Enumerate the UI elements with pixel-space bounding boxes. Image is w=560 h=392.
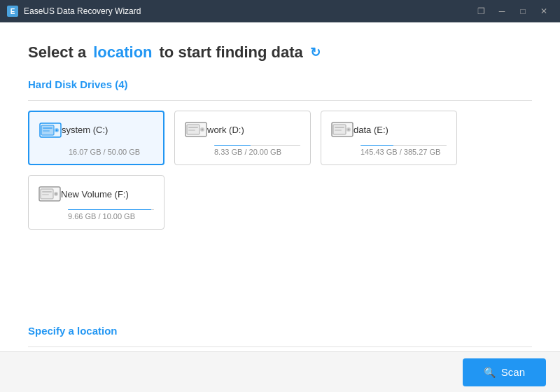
- svg-rect-5: [43, 127, 52, 129]
- drive-bar-fill-data-e: [360, 145, 393, 146]
- bottom-bar: 🔍 Scan: [0, 351, 560, 392]
- restore-button[interactable]: ❐: [472, 4, 490, 18]
- page-title-prefix: Select a: [28, 43, 86, 62]
- drive-header-work-d: work (D:): [185, 120, 300, 139]
- app-icon: E: [7, 6, 18, 17]
- location-divider: [28, 346, 532, 347]
- drive-bar-fill-new-volume-f: [68, 209, 151, 210]
- svg-rect-21: [335, 130, 342, 131]
- main-content: Select a location to start finding data …: [0, 22, 560, 392]
- svg-point-19: [348, 129, 350, 131]
- close-button[interactable]: ✕: [535, 4, 553, 18]
- hdd-icon-work-d: [185, 120, 207, 139]
- svg-rect-13: [188, 127, 198, 128]
- svg-rect-27: [42, 191, 52, 192]
- title-bar: E EaseUS Data Recovery Wizard ❐ ─ □ ✕: [0, 0, 560, 22]
- drive-card-work-d[interactable]: work (D:) 8.33 GB / 20.00 GB: [174, 111, 311, 165]
- scan-button[interactable]: 🔍 Scan: [463, 358, 546, 386]
- svg-rect-20: [335, 127, 344, 128]
- hdd-icon-data-e: [331, 120, 354, 139]
- hdd-icon-new-volume-f: [38, 184, 61, 204]
- drive-bar-new-volume-f: [68, 209, 154, 210]
- app-title: EaseUS Data Recovery Wizard: [24, 6, 472, 16]
- page-title-highlight: location: [93, 43, 152, 62]
- svg-point-12: [202, 129, 204, 131]
- scan-label: Scan: [501, 366, 525, 378]
- drive-card-data-e[interactable]: data (E:) 145.43 GB / 385.27 GB: [321, 111, 457, 165]
- drive-card-system-c[interactable]: system (C:) 16.07 GB / 50.00 GB: [28, 111, 164, 165]
- drive-bar-work-d: [214, 145, 300, 146]
- refresh-icon[interactable]: ↻: [310, 45, 321, 60]
- drive-name-new-volume-f: New Volume (F:): [61, 189, 129, 200]
- drive-size-work-d: 8.33 GB / 20.00 GB: [214, 148, 300, 156]
- svg-rect-14: [188, 130, 195, 131]
- drive-name-system-c: system (C:): [62, 125, 108, 135]
- svg-rect-28: [42, 194, 49, 195]
- svg-rect-7: [40, 136, 61, 137]
- hdd-divider: [28, 100, 532, 101]
- svg-point-26: [55, 193, 57, 195]
- page-title: Select a location to start finding data …: [28, 43, 532, 62]
- drive-card-new-volume-f[interactable]: New Volume (F:) 9.66 GB / 10.00 GB: [28, 175, 164, 230]
- drive-size-system-c: 16.07 GB / 50.00 GB: [69, 148, 153, 156]
- hdd-icon-system-c: [39, 120, 62, 140]
- drive-header-system-c: system (C:): [39, 120, 153, 140]
- drive-header-new-volume-f: New Volume (F:): [38, 184, 154, 204]
- drive-bar-data-e: [360, 145, 447, 146]
- window-controls: ❐ ─ □ ✕: [472, 4, 553, 18]
- location-section-title: Specify a location: [28, 325, 532, 337]
- hdd-section-title: Hard Disk Drives (4): [28, 78, 532, 90]
- drive-name-work-d: work (D:): [207, 125, 244, 135]
- drive-header-data-e: data (E:): [331, 120, 447, 139]
- scan-icon: 🔍: [484, 367, 496, 378]
- drive-size-new-volume-f: 9.66 GB / 10.00 GB: [68, 212, 154, 220]
- drive-name-data-e: data (E:): [354, 125, 388, 135]
- maximize-button[interactable]: □: [514, 4, 532, 18]
- svg-point-4: [56, 129, 58, 131]
- drive-bar-fill-work-d: [214, 145, 251, 146]
- svg-rect-6: [43, 130, 50, 132]
- drive-size-data-e: 145.43 GB / 385.27 GB: [360, 148, 447, 156]
- drive-grid: system (C:) 16.07 GB / 50.00 GB work (: [28, 111, 532, 230]
- page-title-suffix: to start finding data: [160, 43, 303, 62]
- minimize-button[interactable]: ─: [493, 4, 511, 18]
